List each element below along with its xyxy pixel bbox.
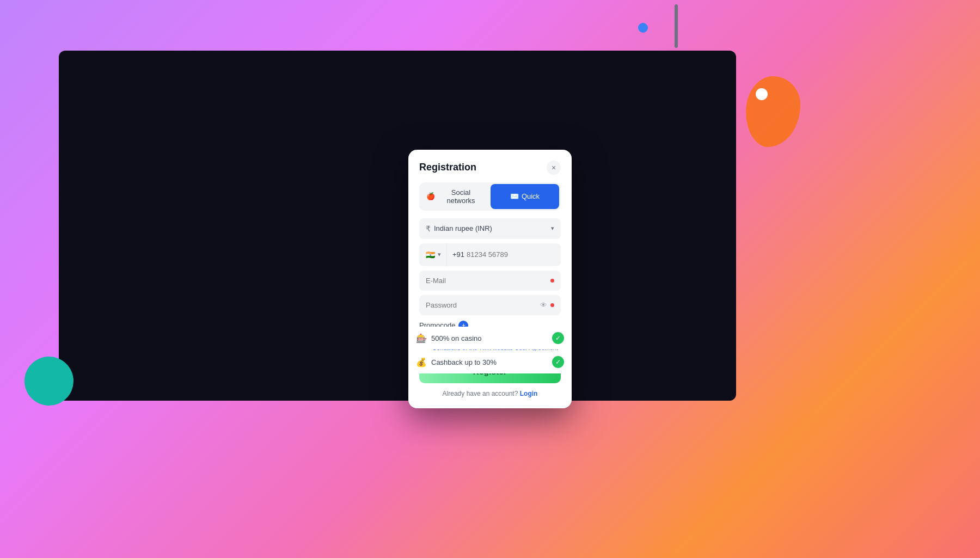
email-icon: ✉️ — [510, 192, 519, 200]
india-flag: 🇮🇳 — [425, 249, 436, 260]
chevron-down-icon: ▾ — [438, 251, 441, 258]
close-button[interactable]: × — [547, 161, 561, 175]
apple-icon: 🍎 — [426, 192, 435, 200]
modal-overlay: Registration × 🍎 Social networks ✉️ Quic… — [0, 0, 980, 558]
rupee-icon: ₹ — [426, 224, 431, 233]
currency-value: Indian rupee (INR) — [434, 224, 492, 232]
email-field-wrapper — [419, 271, 561, 291]
login-row: Already have an account? Login — [419, 390, 561, 397]
password-input[interactable] — [426, 301, 540, 309]
tab-quick[interactable]: ✉️ Quick — [491, 184, 559, 209]
required-dot — [550, 303, 554, 307]
bonus-casino-text: 500% on casino — [431, 334, 482, 342]
bonus-check-icon: ✓ — [552, 332, 564, 344]
phone-field: 🇮🇳 ▾ +91 — [419, 243, 561, 266]
cashback-icon: 💰 — [416, 357, 427, 367]
country-selector[interactable]: 🇮🇳 ▾ — [419, 243, 447, 266]
country-code: +91 — [452, 250, 464, 259]
required-dot — [550, 279, 554, 283]
bonus-card-cashback: 💰 Cashback up to 30% ✓ — [408, 351, 572, 373]
modal-header: Registration × — [419, 161, 561, 175]
tab-quick-label: Quick — [522, 192, 540, 200]
chevron-down-icon: ▾ — [551, 225, 554, 232]
modal-title: Registration — [419, 162, 476, 173]
bonus-cards: 🎰 500% on casino ✓ 💰 Cashback up to 30% … — [408, 327, 572, 373]
casino-icon: 🎰 — [416, 333, 427, 344]
login-link[interactable]: Login — [520, 390, 538, 397]
email-input[interactable] — [426, 277, 550, 285]
phone-input[interactable] — [467, 250, 558, 259]
login-prompt: Already have an account? — [443, 390, 518, 397]
tab-social-networks[interactable]: 🍎 Social networks — [421, 184, 489, 209]
bonus-card-casino: 🎰 500% on casino ✓ — [408, 327, 572, 349]
tab-social-label: Social networks — [438, 188, 484, 205]
bonus-cashback-text: Cashback up to 30% — [431, 358, 497, 366]
password-field-wrapper: 👁 — [419, 295, 561, 315]
tab-switcher: 🍎 Social networks ✉️ Quick — [419, 182, 561, 211]
currency-selector[interactable]: ₹ Indian rupee (INR) ▾ — [419, 218, 561, 239]
eye-icon[interactable]: 👁 — [540, 301, 547, 309]
bonus-check-icon: ✓ — [552, 356, 564, 368]
